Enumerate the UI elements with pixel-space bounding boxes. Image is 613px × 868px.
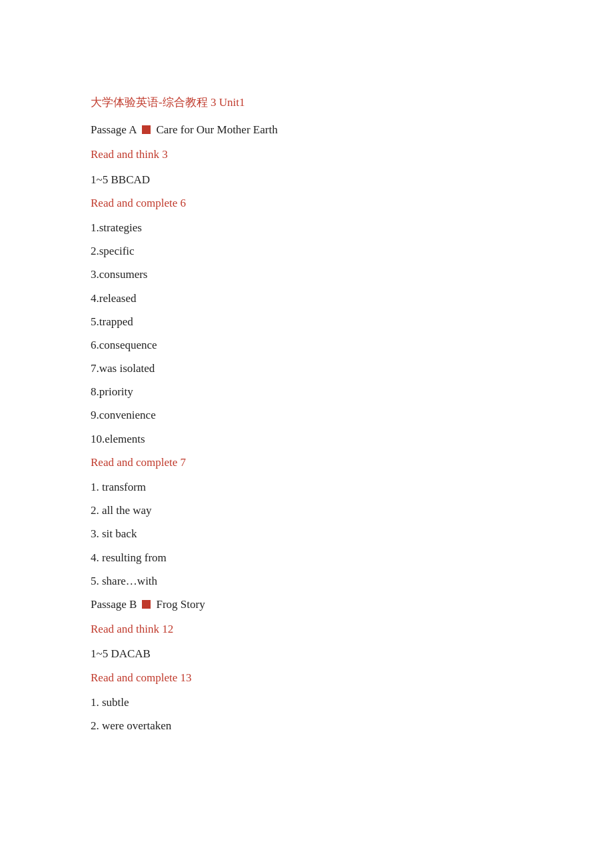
read-think-12-heading: Read and think 12 [91, 620, 522, 638]
read-think-3-answers: 1~5 BBCAD [91, 171, 522, 189]
read-complete-6-item-4: 4.released [91, 289, 522, 307]
read-think-3-heading: Read and think 3 [91, 145, 522, 163]
read-complete-7-item-5: 5. share…with [91, 572, 522, 590]
page-title: 大学体验英语-综合教程 3 Unit1 [91, 93, 522, 111]
read-complete-6-item-8: 8.priority [91, 383, 522, 401]
read-complete-6-item-10: 10.elements [91, 430, 522, 448]
read-complete-6-heading: Read and complete 6 [91, 194, 522, 212]
passage-a-square-icon [142, 125, 151, 134]
read-complete-7-item-2: 2. all the way [91, 501, 522, 519]
read-complete-7-item-4: 4. resulting from [91, 549, 522, 567]
passage-b-heading: Passage B Frog Story [91, 595, 522, 613]
read-complete-13-item-1: 1. subtle [91, 693, 522, 711]
read-complete-6-item-2: 2.specific [91, 242, 522, 260]
read-complete-6-item-6: 6.consequence [91, 336, 522, 354]
read-complete-6-item-3: 3.consumers [91, 265, 522, 283]
read-complete-13-heading: Read and complete 13 [91, 669, 522, 687]
read-complete-6-item-5: 5.trapped [91, 313, 522, 331]
passage-a-label: Passage A [91, 121, 137, 139]
passage-b-label: Passage B [91, 595, 137, 613]
passage-a-heading: Passage A Care for Our Mother Earth [91, 121, 522, 139]
passage-b-title: Frog Story [156, 595, 205, 613]
passage-b-square-icon [142, 600, 151, 609]
read-complete-6-item-9: 9.convenience [91, 406, 522, 424]
read-complete-6-item-1: 1.strategies [91, 219, 522, 237]
read-complete-13-item-2: 2. were overtaken [91, 717, 522, 735]
read-think-12-answers: 1~5 DACAB [91, 645, 522, 663]
read-complete-7-item-3: 3. sit back [91, 525, 522, 543]
read-complete-6-item-7: 7.was isolated [91, 359, 522, 377]
passage-a-title: Care for Our Mother Earth [156, 121, 277, 139]
read-complete-7-heading: Read and complete 7 [91, 453, 522, 471]
read-complete-7-item-1: 1. transform [91, 478, 522, 496]
